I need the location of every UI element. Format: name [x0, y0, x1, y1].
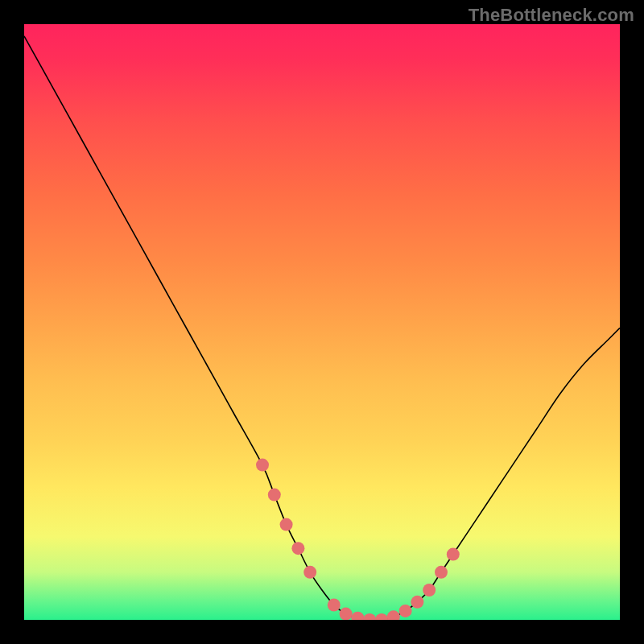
- bead-point: [268, 489, 281, 502]
- bead-point: [375, 613, 388, 620]
- plot-area: [24, 24, 620, 620]
- bottleneck-curve: [24, 36, 620, 620]
- bead-point: [328, 599, 341, 612]
- bead-point: [280, 518, 293, 531]
- bead-point: [256, 459, 269, 472]
- bead-point: [303, 566, 316, 579]
- bead-point: [447, 548, 460, 561]
- bead-point: [387, 610, 400, 620]
- bead-point: [423, 584, 436, 597]
- chart-svg: [24, 24, 620, 620]
- bead-point: [399, 605, 412, 617]
- bead-point: [411, 596, 423, 609]
- bead-point: [340, 608, 353, 620]
- bead-point: [363, 613, 376, 620]
- data-beads: [256, 459, 460, 620]
- bead-point: [351, 612, 364, 620]
- bead-point: [435, 566, 448, 579]
- watermark-label: TheBottleneck.com: [469, 5, 634, 26]
- bead-point: [291, 542, 304, 555]
- chart-frame: TheBottleneck.com: [0, 0, 644, 644]
